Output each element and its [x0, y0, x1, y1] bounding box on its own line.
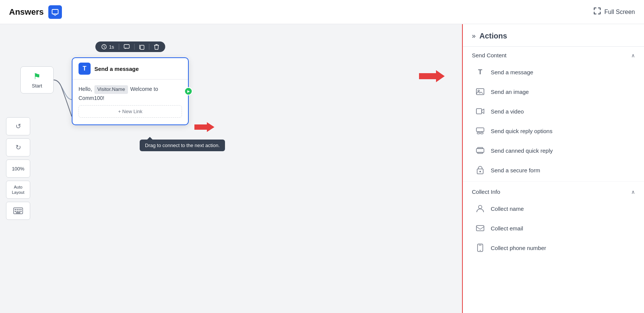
message-content: Hello, Visitor.Name Welcome to Comm100!: [79, 85, 182, 102]
svg-rect-6: [20, 209, 22, 210]
new-link-button[interactable]: + New Link: [79, 105, 182, 118]
start-node[interactable]: ⚑ Start: [20, 66, 54, 94]
header: Answers Full Screen: [0, 0, 644, 24]
collect-email-label: Collect email: [491, 225, 523, 232]
connector-tooltip: Drag to connect to the next action.: [140, 140, 225, 151]
send-canned-reply-label: Send canned quick reply: [491, 147, 553, 154]
toolbar-divider-1: [119, 44, 119, 50]
collect-email-icon: [475, 223, 485, 233]
node-comment-button[interactable]: [123, 44, 129, 49]
panel-header: » Actions: [463, 24, 644, 47]
svg-rect-8: [17, 211, 18, 212]
svg-marker-15: [194, 122, 214, 132]
red-arrow-canvas: [415, 69, 445, 85]
svg-point-17: [478, 90, 479, 92]
zoom-control[interactable]: 100%: [6, 160, 30, 178]
send-video-icon: [475, 106, 485, 117]
collect-phone-label: Collect phone number: [491, 245, 546, 251]
left-toolbar: ↺ ↻ 100% AutoLayout: [6, 117, 30, 220]
action-send-message[interactable]: T Send a message: [463, 62, 644, 82]
send-image-icon: [475, 86, 485, 97]
panel-title: Actions: [479, 32, 507, 40]
connector-line: [0, 24, 462, 313]
visitor-name-tag: Visitor.Name: [94, 85, 128, 94]
action-send-quick-reply[interactable]: Send quick reply options: [463, 121, 644, 141]
node-timer[interactable]: 1s: [102, 44, 114, 50]
action-collect-email[interactable]: Collect email: [463, 218, 644, 238]
section-divider: [463, 181, 644, 182]
undo-button[interactable]: ↺: [6, 117, 30, 135]
send-content-chevron: ∧: [631, 52, 635, 58]
svg-rect-24: [478, 152, 483, 153]
svg-rect-7: [15, 211, 16, 212]
message-node[interactable]: 1s: [72, 57, 189, 125]
new-link-label: + New Link: [118, 109, 143, 114]
svg-rect-19: [476, 128, 484, 132]
fullscreen-label: Full Screen: [604, 9, 635, 15]
action-send-image[interactable]: Send an image: [463, 82, 644, 101]
node-delete-button[interactable]: [154, 44, 159, 50]
send-message-icon: T: [475, 67, 485, 77]
collect-name-icon: [475, 203, 485, 214]
svg-rect-10: [20, 211, 22, 212]
svg-marker-1: [419, 70, 445, 82]
start-flag-icon: ⚑: [33, 72, 41, 81]
svg-rect-4: [17, 209, 18, 210]
toolbar-divider-3: [149, 44, 149, 50]
send-quick-reply-label: Send quick reply options: [491, 128, 552, 134]
connector-dot[interactable]: [184, 87, 193, 95]
svg-point-27: [479, 206, 482, 209]
send-content-label: Send Content: [472, 52, 507, 58]
svg-rect-5: [18, 209, 20, 210]
toolbar-divider-2: [134, 44, 134, 50]
collect-info-label: Collect Info: [472, 189, 500, 195]
svg-rect-0: [52, 9, 58, 14]
node-type-icon: T: [79, 63, 91, 75]
collect-name-label: Collect name: [491, 206, 524, 212]
svg-rect-14: [140, 45, 144, 49]
app-icon: [48, 5, 62, 19]
send-canned-reply-icon: [475, 145, 485, 156]
node-header: T Send a message: [72, 58, 188, 80]
send-image-label: Send an image: [491, 89, 529, 95]
send-video-label: Send a video: [491, 108, 524, 115]
send-message-label: Send a message: [491, 69, 533, 75]
fullscreen-button[interactable]: Full Screen: [593, 7, 635, 17]
svg-rect-28: [476, 226, 484, 231]
send-secure-form-icon: [475, 165, 485, 175]
send-quick-reply-icon: [475, 126, 485, 136]
red-arrow-connector: [193, 121, 215, 134]
redo-button[interactable]: ↻: [6, 138, 30, 156]
keyboard-button[interactable]: [6, 202, 30, 220]
right-panel: » Actions Send Content ∧ T Send a messag…: [463, 24, 644, 313]
action-send-video[interactable]: Send a video: [463, 101, 644, 121]
app-title: Answers: [9, 7, 44, 17]
canvas[interactable]: ↺ ↻ 100% AutoLayout: [0, 24, 463, 313]
action-collect-phone[interactable]: Collect phone number: [463, 238, 644, 258]
svg-rect-3: [15, 209, 16, 210]
svg-rect-11: [16, 212, 20, 213]
svg-rect-9: [18, 211, 20, 212]
node-toolbar: 1s: [96, 41, 165, 52]
svg-point-30: [480, 250, 481, 251]
action-send-canned-reply[interactable]: Send canned quick reply: [463, 141, 644, 160]
send-secure-form-label: Send a secure form: [491, 167, 540, 173]
collect-phone-icon: [475, 242, 485, 253]
send-content-section-header[interactable]: Send Content ∧: [463, 47, 644, 62]
svg-rect-13: [124, 44, 129, 48]
collect-info-chevron: ∧: [631, 189, 635, 195]
collect-info-section-header[interactable]: Collect Info ∧: [463, 183, 644, 199]
svg-rect-20: [477, 132, 480, 134]
svg-rect-18: [476, 109, 482, 114]
action-send-secure-form[interactable]: Send a secure form: [463, 160, 644, 180]
svg-point-26: [479, 171, 481, 172]
main-layout: ↺ ↻ 100% AutoLayout: [0, 24, 644, 313]
action-collect-name[interactable]: Collect name: [463, 199, 644, 218]
svg-rect-21: [481, 132, 483, 134]
auto-layout-button[interactable]: AutoLayout: [6, 181, 30, 199]
node-body: Hello, Visitor.Name Welcome to Comm100! …: [72, 80, 188, 124]
node-copy-button[interactable]: [139, 44, 144, 50]
start-label: Start: [32, 83, 42, 89]
timer-label: 1s: [109, 44, 114, 50]
panel-chevron-icon: »: [472, 32, 476, 40]
